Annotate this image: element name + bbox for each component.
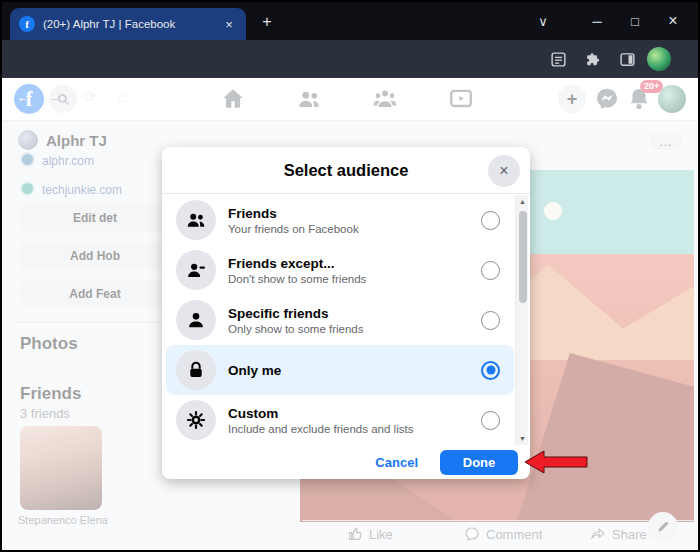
friends-except-icon [176, 250, 216, 290]
option-title: Specific friends [228, 306, 364, 321]
browser-tab[interactable]: f (20+) Alphr TJ | Facebook × [10, 8, 246, 40]
select-audience-dialog: Select audience × FriendsYour friends on… [162, 147, 530, 479]
browser-window: ∨ ─ □ × + f (20+) Alphr TJ | Facebook × … [0, 0, 700, 552]
option-custom[interactable]: CustomInclude and exclude friends and li… [166, 395, 514, 445]
radio-button[interactable] [481, 211, 500, 230]
option-friends-except[interactable]: Friends except...Don't show to some frie… [166, 245, 514, 295]
tab-close-icon[interactable]: × [221, 16, 237, 32]
option-only-me[interactable]: Only me [166, 345, 514, 395]
option-subtitle: Include and exclude friends and lists [228, 423, 413, 435]
dialog-footer: Cancel Done [162, 445, 530, 479]
option-title: Only me [228, 363, 281, 378]
reading-list-icon[interactable] [550, 51, 567, 68]
extensions-puzzle-icon[interactable] [585, 51, 602, 68]
option-title: Friends [228, 206, 359, 221]
done-button[interactable]: Done [440, 450, 518, 475]
specific-friends-icon [176, 300, 216, 340]
dialog-header: Select audience × [162, 147, 530, 194]
new-tab-button[interactable]: + [256, 11, 278, 33]
lock-icon [176, 350, 216, 390]
radio-button[interactable] [481, 361, 500, 380]
radio-button[interactable] [481, 261, 500, 280]
search-tabs-chevron-icon[interactable]: ∨ [530, 8, 556, 34]
dialog-title: Select audience [162, 147, 530, 193]
friends-icon [176, 200, 216, 240]
option-title: Custom [228, 406, 413, 421]
gear-icon [176, 400, 216, 440]
scroll-up-icon[interactable]: ▲ [516, 195, 529, 208]
radio-button[interactable] [481, 311, 500, 330]
profile-avatar[interactable] [647, 47, 671, 71]
cancel-button[interactable]: Cancel [375, 455, 418, 470]
dialog-close-icon[interactable]: × [488, 155, 520, 187]
audience-options-list: FriendsYour friends on Facebook Friends … [162, 195, 518, 445]
tab-title: (20+) Alphr TJ | Facebook [43, 18, 213, 30]
radio-button[interactable] [481, 411, 500, 430]
modal-scrollbar[interactable]: ▲ ▼ [515, 195, 528, 445]
option-friends[interactable]: FriendsYour friends on Facebook [166, 195, 514, 245]
scrollbar-thumb[interactable] [519, 211, 527, 303]
maximize-icon[interactable]: □ [622, 8, 648, 34]
option-subtitle: Your friends on Facebook [228, 223, 359, 235]
option-specific-friends[interactable]: Specific friendsOnly show to some friend… [166, 295, 514, 345]
window-close-icon[interactable]: × [660, 8, 686, 34]
side-panel-icon[interactable] [619, 51, 636, 68]
scroll-down-icon[interactable]: ▼ [516, 432, 529, 445]
annotation-arrow [523, 448, 591, 476]
facebook-favicon-icon: f [19, 16, 35, 32]
minimize-icon[interactable]: ─ [584, 8, 610, 34]
option-subtitle: Only show to some friends [228, 323, 364, 335]
option-subtitle: Don't show to some friends [228, 273, 366, 285]
option-title: Friends except... [228, 256, 366, 271]
